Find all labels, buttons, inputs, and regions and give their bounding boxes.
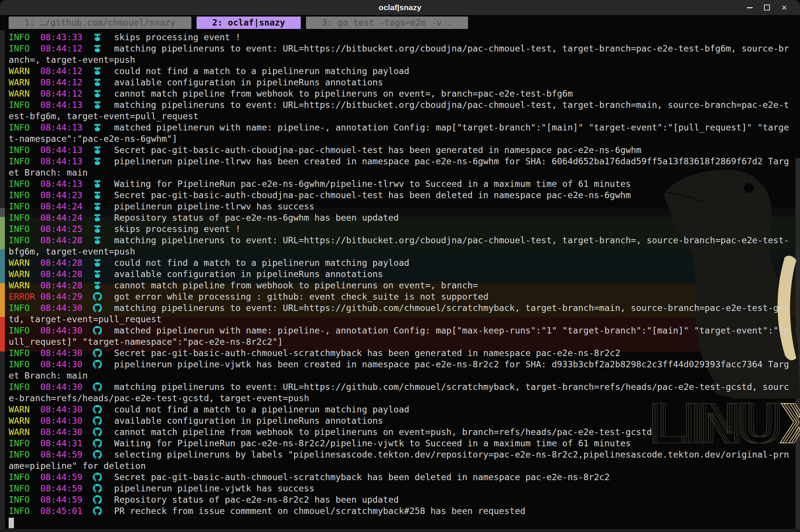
- log-message: got error while processing : github: eve…: [114, 291, 488, 302]
- log-entry: INFO 08:45:01 PR recheck from issue comm…: [9, 505, 791, 517]
- log-entry: INFO 08:44:59 Repository status of pac-e…: [9, 494, 791, 505]
- log-level: INFO: [9, 348, 40, 358]
- log-level: ERROR: [9, 291, 40, 302]
- log-level: INFO: [9, 43, 40, 53]
- log-timestamp: 08:44:28: [40, 269, 93, 279]
- log-entry: INFO 08:44:12 matching pipelineruns to e…: [9, 43, 791, 65]
- log-level: INFO: [9, 122, 40, 132]
- stripe-cap-green: [0, 217, 5, 249]
- log-timestamp: 08:44:30: [40, 325, 93, 335]
- log-entry: INFO 08:43:33 skips processing event !: [9, 32, 791, 43]
- log-message: Waiting for PipelineRun pac-e2e-ns-6gwhm…: [114, 179, 631, 189]
- bitbucket-icon: [93, 270, 103, 279]
- log-timestamp: 08:44:30: [40, 303, 93, 313]
- log-entry: WARN 08:44:28 could not find a match to …: [9, 257, 791, 268]
- log-timestamp: 08:44:59: [40, 494, 93, 505]
- log-level: INFO: [9, 472, 40, 482]
- log-timestamp: 08:44:30: [40, 382, 93, 392]
- log-message: cannot match pipeline from webhook to pi…: [114, 88, 573, 99]
- github-icon: [93, 495, 103, 504]
- log-entry: INFO 08:44:59 Secret pac-git-basic-auth-…: [9, 471, 791, 483]
- tmux-tab-bar: 1: …/github.com/chmouel/snazy2: oclaf|sn…: [9, 17, 468, 29]
- log-message: Waiting for PipelineRun pac-e2e-ns-8r2c2…: [114, 438, 631, 448]
- minimize-button[interactable]: [747, 7, 753, 8]
- log-timestamp: 08:44:13: [40, 179, 93, 189]
- log-entry: INFO 08:44:59 selecting pipelineruns by …: [9, 449, 791, 471]
- bitbucket-icon: [93, 202, 103, 211]
- log-level: INFO: [9, 201, 40, 211]
- log-message: matching pipelineruns to event: URL=http…: [9, 235, 789, 256]
- log-timestamp: 08:44:24: [40, 201, 93, 211]
- log-level: INFO: [9, 212, 40, 223]
- log-timestamp: 08:44:59: [40, 449, 93, 459]
- log-entry: INFO 08:44:25 skips processing event !: [9, 223, 791, 235]
- bitbucket-icon: [93, 67, 103, 76]
- log-timestamp: 08:44:24: [40, 212, 93, 223]
- tmux-tab-3[interactable]: 3: go test -tags=e2e -v .: [306, 17, 468, 29]
- log-timestamp: 08:44:30: [40, 427, 93, 437]
- bitbucket-icon: [93, 33, 103, 42]
- bitbucket-icon: [93, 146, 103, 155]
- log-level: INFO: [9, 224, 40, 234]
- log-entry: INFO 08:44:23 Secret pac-git-basic-auth-…: [9, 189, 791, 201]
- log-message: matching pipelineruns to event: URL=http…: [9, 382, 789, 403]
- log-output[interactable]: INFO 08:43:33 skips processing event !IN…: [9, 32, 791, 517]
- terminal-window: LINU LINU LINU X X X oclaf|snazy ✕ 1: …/…: [0, 0, 800, 532]
- close-button[interactable]: ✕: [781, 4, 787, 11]
- log-timestamp: 08:44:12: [40, 66, 93, 76]
- log-level: INFO: [9, 494, 40, 505]
- log-message: selecting pipelineruns by labels "pipeli…: [9, 449, 789, 471]
- bitbucket-icon: [93, 123, 103, 132]
- log-timestamp: 08:44:12: [40, 77, 93, 87]
- bitbucket-icon: [93, 236, 103, 245]
- log-message: matching pipelineruns to event: URL=http…: [9, 303, 789, 324]
- log-level: WARN: [9, 269, 40, 279]
- bitbucket-icon: [93, 157, 103, 166]
- log-timestamp: 08:44:13: [40, 122, 93, 132]
- log-message: pipelinerun pipeline-vjwtk has been crea…: [9, 359, 789, 380]
- github-icon: [93, 405, 103, 414]
- log-message: Secret pac-git-basic-auth-chmouel-scratc…: [114, 348, 620, 358]
- log-entry: INFO 08:44:30 matching pipelineruns to e…: [9, 381, 791, 404]
- github-icon: [93, 439, 103, 448]
- bitbucket-icon: [93, 258, 103, 267]
- log-entry: INFO 08:44:31 Waiting for PipelineRun pa…: [9, 438, 791, 449]
- log-entry: INFO 08:44:13 matched pipelinerun with n…: [9, 122, 791, 144]
- log-timestamp: 08:44:29: [40, 291, 93, 302]
- log-level: WARN: [9, 258, 40, 268]
- log-entry: WARN 08:44:12 available configuration in…: [9, 77, 791, 88]
- log-entry: INFO 08:44:30 Secret pac-git-basic-auth-…: [9, 347, 791, 359]
- log-message: matching pipelineruns to event: URL=http…: [9, 43, 789, 65]
- bitbucket-icon: [93, 44, 103, 53]
- log-message: pipelinerun pipeline-tlrwv has success: [114, 201, 314, 211]
- log-timestamp: 08:44:12: [40, 88, 93, 99]
- log-level: INFO: [9, 32, 40, 42]
- stripe-cap-gray: [0, 208, 5, 217]
- log-level: WARN: [9, 280, 40, 290]
- log-message: Secret pac-git-basic-auth-cboudjna-pac-c…: [114, 145, 641, 155]
- maximize-button[interactable]: [764, 5, 770, 11]
- log-timestamp: 08:44:59: [40, 483, 93, 493]
- log-message: Repository status of pac-e2e-ns-8r2c2 ha…: [114, 494, 398, 505]
- window-controls: ✕: [747, 0, 787, 15]
- log-message: cannot match pipeline from webhook to pi…: [114, 427, 652, 437]
- log-level: WARN: [9, 77, 40, 87]
- log-level: INFO: [9, 382, 40, 392]
- log-timestamp: 08:44:28: [40, 258, 93, 268]
- log-message: Secret pac-git-basic-auth-chmouel-scratc…: [114, 472, 609, 482]
- github-icon: [93, 427, 103, 437]
- github-icon: [93, 484, 103, 493]
- window-bottom-border: [0, 529, 800, 532]
- log-timestamp: 08:44:30: [40, 348, 93, 358]
- log-level: WARN: [9, 66, 40, 76]
- tmux-tab-1[interactable]: 1: …/github.com/chmouel/snazy: [9, 17, 191, 29]
- github-icon: [93, 506, 103, 515]
- titlebar[interactable]: oclaf|snazy ✕: [0, 0, 800, 15]
- log-timestamp: 08:44:31: [40, 438, 93, 448]
- bitbucket-icon: [93, 281, 103, 290]
- github-icon: [93, 450, 103, 459]
- log-message: available configuration in pipelineRuns …: [114, 77, 383, 87]
- log-entry: WARN 08:44:28 cannot match pipeline from…: [9, 280, 791, 291]
- tmux-tab-2[interactable]: 2: oclaf|snazy: [197, 17, 301, 29]
- github-icon: [93, 303, 103, 312]
